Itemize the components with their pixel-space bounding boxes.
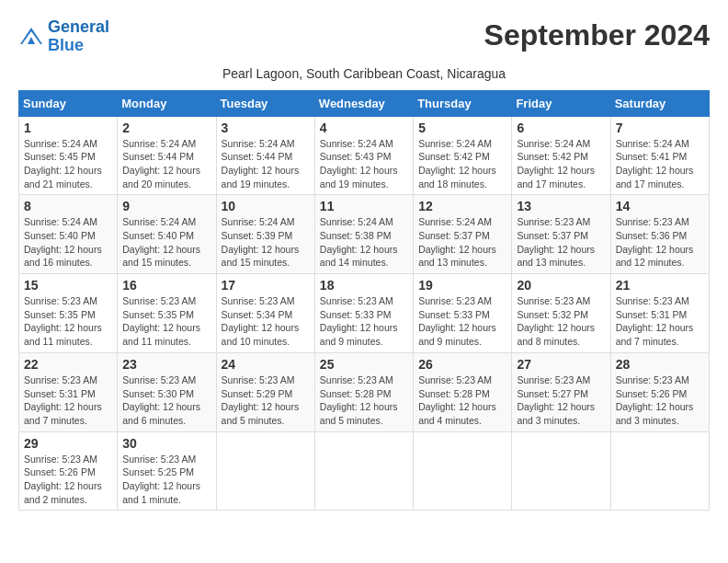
day-number: 14 [616, 199, 704, 213]
day-info: Sunrise: 5:23 AM Sunset: 5:31 PM Dayligh… [24, 373, 112, 428]
day-number: 6 [517, 121, 605, 135]
weekday-header-tuesday: Tuesday [216, 90, 314, 116]
title-section: September 2024 [484, 18, 710, 52]
weekday-header-wednesday: Wednesday [314, 90, 413, 116]
day-info: Sunrise: 5:23 AM Sunset: 5:35 PM Dayligh… [24, 294, 112, 349]
weekday-header-sunday: Sunday [19, 90, 118, 116]
day-number: 4 [320, 121, 408, 135]
day-info: Sunrise: 5:23 AM Sunset: 5:27 PM Dayligh… [517, 373, 605, 428]
calendar-cell: 15 Sunrise: 5:23 AM Sunset: 5:35 PM Dayl… [19, 274, 118, 353]
calendar-cell [216, 431, 314, 511]
calendar-cell: 30 Sunrise: 5:23 AM Sunset: 5:25 PM Dayl… [118, 431, 216, 511]
calendar-cell: 4 Sunrise: 5:24 AM Sunset: 5:43 PM Dayli… [314, 116, 413, 195]
calendar-cell [414, 431, 512, 511]
calendar-cell: 3 Sunrise: 5:24 AM Sunset: 5:44 PM Dayli… [216, 116, 314, 195]
calendar-cell: 5 Sunrise: 5:24 AM Sunset: 5:42 PM Dayli… [414, 116, 512, 195]
month-title: September 2024 [484, 18, 710, 52]
calendar-cell: 2 Sunrise: 5:24 AM Sunset: 5:44 PM Dayli… [118, 116, 216, 195]
day-info: Sunrise: 5:23 AM Sunset: 5:29 PM Dayligh… [222, 373, 310, 428]
day-info: Sunrise: 5:23 AM Sunset: 5:35 PM Dayligh… [122, 294, 210, 349]
calendar-table: SundayMondayTuesdayWednesdayThursdayFrid… [18, 90, 710, 511]
calendar-cell: 19 Sunrise: 5:23 AM Sunset: 5:33 PM Dayl… [414, 274, 512, 353]
calendar-cell: 12 Sunrise: 5:24 AM Sunset: 5:37 PM Dayl… [414, 195, 512, 274]
day-info: Sunrise: 5:23 AM Sunset: 5:37 PM Dayligh… [517, 215, 605, 270]
day-number: 12 [418, 199, 506, 213]
day-number: 3 [222, 121, 310, 135]
location-title: Pearl Lagoon, South Caribbean Coast, Nic… [18, 66, 710, 81]
calendar-cell: 8 Sunrise: 5:24 AM Sunset: 5:40 PM Dayli… [19, 195, 118, 274]
day-number: 20 [517, 278, 605, 293]
calendar-cell: 21 Sunrise: 5:23 AM Sunset: 5:31 PM Dayl… [610, 274, 709, 353]
day-info: Sunrise: 5:23 AM Sunset: 5:26 PM Dayligh… [24, 453, 112, 507]
day-number: 29 [24, 436, 112, 451]
calendar-cell: 14 Sunrise: 5:23 AM Sunset: 5:36 PM Dayl… [610, 195, 709, 274]
day-info: Sunrise: 5:23 AM Sunset: 5:28 PM Dayligh… [418, 373, 506, 428]
day-info: Sunrise: 5:23 AM Sunset: 5:32 PM Dayligh… [517, 294, 605, 349]
calendar-cell: 10 Sunrise: 5:24 AM Sunset: 5:39 PM Dayl… [216, 195, 314, 274]
day-number: 1 [24, 121, 112, 135]
calendar-cell: 29 Sunrise: 5:23 AM Sunset: 5:26 PM Dayl… [19, 431, 118, 511]
calendar-cell: 7 Sunrise: 5:24 AM Sunset: 5:41 PM Dayli… [610, 116, 709, 195]
calendar-cell: 26 Sunrise: 5:23 AM Sunset: 5:28 PM Dayl… [414, 352, 512, 431]
day-number: 16 [122, 278, 210, 293]
day-number: 24 [222, 357, 310, 372]
day-number: 7 [616, 121, 704, 135]
calendar-cell: 23 Sunrise: 5:23 AM Sunset: 5:30 PM Dayl… [118, 352, 216, 431]
calendar-cell: 9 Sunrise: 5:24 AM Sunset: 5:40 PM Dayli… [118, 195, 216, 274]
day-info: Sunrise: 5:23 AM Sunset: 5:34 PM Dayligh… [222, 294, 310, 349]
calendar-cell [610, 431, 709, 511]
calendar-cell: 25 Sunrise: 5:23 AM Sunset: 5:28 PM Dayl… [314, 352, 413, 431]
day-info: Sunrise: 5:24 AM Sunset: 5:40 PM Dayligh… [24, 215, 112, 270]
logo: General Blue [18, 18, 109, 55]
day-number: 21 [616, 278, 704, 293]
day-number: 2 [122, 121, 210, 135]
day-number: 27 [517, 357, 605, 372]
day-info: Sunrise: 5:24 AM Sunset: 5:44 PM Dayligh… [222, 137, 310, 191]
day-info: Sunrise: 5:24 AM Sunset: 5:37 PM Dayligh… [418, 215, 506, 270]
calendar-cell: 13 Sunrise: 5:23 AM Sunset: 5:37 PM Dayl… [512, 195, 610, 274]
weekday-header-thursday: Thursday [414, 90, 512, 116]
day-info: Sunrise: 5:24 AM Sunset: 5:42 PM Dayligh… [517, 137, 605, 191]
day-number: 26 [418, 357, 506, 372]
calendar-cell: 16 Sunrise: 5:23 AM Sunset: 5:35 PM Dayl… [118, 274, 216, 353]
calendar-cell: 20 Sunrise: 5:23 AM Sunset: 5:32 PM Dayl… [512, 274, 610, 353]
day-info: Sunrise: 5:23 AM Sunset: 5:25 PM Dayligh… [122, 453, 210, 507]
weekday-header-monday: Monday [118, 90, 216, 116]
calendar-cell: 1 Sunrise: 5:24 AM Sunset: 5:45 PM Dayli… [19, 116, 118, 195]
day-info: Sunrise: 5:24 AM Sunset: 5:45 PM Dayligh… [24, 137, 112, 191]
calendar-cell: 6 Sunrise: 5:24 AM Sunset: 5:42 PM Dayli… [512, 116, 610, 195]
day-info: Sunrise: 5:23 AM Sunset: 5:33 PM Dayligh… [418, 294, 506, 349]
day-info: Sunrise: 5:23 AM Sunset: 5:26 PM Dayligh… [616, 373, 704, 428]
day-number: 5 [418, 121, 506, 135]
calendar-cell: 11 Sunrise: 5:24 AM Sunset: 5:38 PM Dayl… [314, 195, 413, 274]
day-info: Sunrise: 5:24 AM Sunset: 5:39 PM Dayligh… [222, 215, 310, 270]
day-info: Sunrise: 5:24 AM Sunset: 5:41 PM Dayligh… [616, 137, 704, 191]
day-info: Sunrise: 5:24 AM Sunset: 5:44 PM Dayligh… [122, 137, 210, 191]
calendar-cell: 28 Sunrise: 5:23 AM Sunset: 5:26 PM Dayl… [610, 352, 709, 431]
day-number: 28 [616, 357, 704, 372]
day-info: Sunrise: 5:23 AM Sunset: 5:30 PM Dayligh… [122, 373, 210, 428]
calendar-cell: 22 Sunrise: 5:23 AM Sunset: 5:31 PM Dayl… [19, 352, 118, 431]
day-info: Sunrise: 5:24 AM Sunset: 5:40 PM Dayligh… [122, 215, 210, 270]
day-info: Sunrise: 5:24 AM Sunset: 5:38 PM Dayligh… [320, 215, 408, 270]
day-number: 8 [24, 199, 112, 213]
logo-line2: Blue [48, 36, 84, 54]
calendar-cell: 18 Sunrise: 5:23 AM Sunset: 5:33 PM Dayl… [314, 274, 413, 353]
day-number: 9 [122, 199, 210, 213]
day-number: 10 [222, 199, 310, 213]
day-number: 30 [122, 436, 210, 451]
calendar-cell [314, 431, 413, 511]
calendar-cell [512, 431, 610, 511]
calendar-cell: 17 Sunrise: 5:23 AM Sunset: 5:34 PM Dayl… [216, 274, 314, 353]
weekday-header-saturday: Saturday [610, 90, 709, 116]
day-number: 23 [122, 357, 210, 372]
day-info: Sunrise: 5:24 AM Sunset: 5:43 PM Dayligh… [320, 137, 408, 191]
weekday-header-friday: Friday [512, 90, 610, 116]
day-info: Sunrise: 5:23 AM Sunset: 5:28 PM Dayligh… [320, 373, 408, 428]
calendar-cell: 27 Sunrise: 5:23 AM Sunset: 5:27 PM Dayl… [512, 352, 610, 431]
day-number: 18 [320, 278, 408, 293]
day-number: 22 [24, 357, 112, 372]
day-number: 19 [418, 278, 506, 293]
day-number: 17 [222, 278, 310, 293]
day-number: 25 [320, 357, 408, 372]
